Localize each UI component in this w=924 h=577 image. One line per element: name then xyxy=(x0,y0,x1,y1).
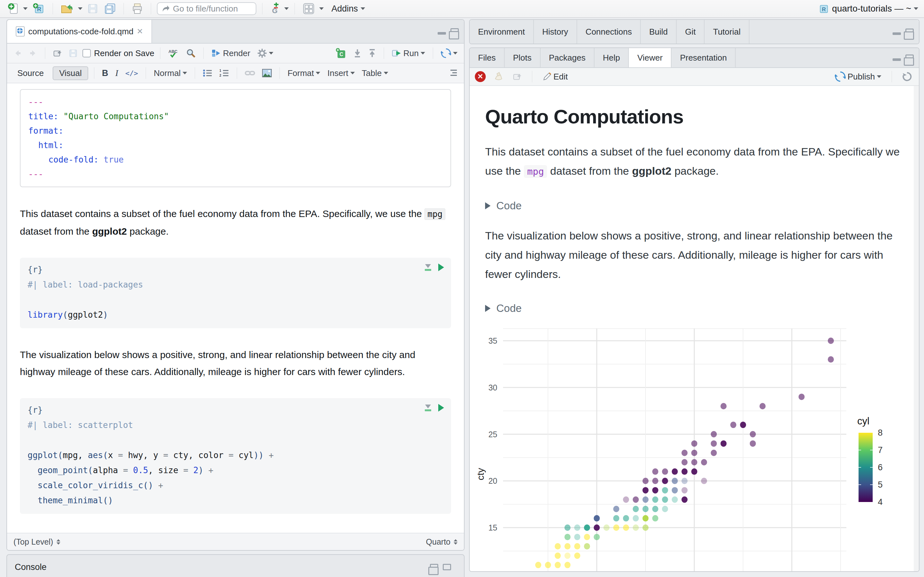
tab-history[interactable]: History xyxy=(534,20,577,44)
code-format-button[interactable]: </> xyxy=(124,69,140,78)
table-dropdown[interactable]: Table xyxy=(360,68,390,79)
console-title[interactable]: Console xyxy=(15,562,47,572)
viewer-scrollbar[interactable] xyxy=(914,86,919,571)
addins-button[interactable]: Addins xyxy=(331,4,358,14)
git-caret[interactable] xyxy=(284,7,289,10)
svg-text:2: 2 xyxy=(220,74,221,77)
run-above-icon[interactable] xyxy=(352,48,363,58)
code-fold-2[interactable]: Code xyxy=(485,302,901,314)
project-menu[interactable]: R quarto-tutorials — ~ xyxy=(818,3,918,15)
new-file-caret[interactable] xyxy=(23,7,27,10)
render-settings-button[interactable] xyxy=(255,48,275,59)
minimize-pane-icon[interactable] xyxy=(438,32,446,35)
panes-grid-icon xyxy=(302,3,315,15)
run-label: Run xyxy=(403,48,419,58)
back-icon[interactable] xyxy=(11,48,24,58)
run-chunk-icon[interactable] xyxy=(438,404,444,412)
image-button[interactable] xyxy=(260,68,274,78)
source-editor-pane: computations-code-fold.qmd ✕ Render on S… xyxy=(6,19,465,551)
print-button[interactable] xyxy=(129,2,145,15)
bold-button[interactable]: B xyxy=(100,68,110,79)
save-doc-icon[interactable] xyxy=(67,48,79,58)
code-line: theme_minimal() xyxy=(27,493,443,508)
code-fold-1[interactable]: Code xyxy=(485,200,901,212)
insert-chunk-button[interactable]: C xyxy=(334,47,349,59)
goto-file-search[interactable]: Go to file/function xyxy=(157,2,256,15)
tab-connections[interactable]: Connections xyxy=(577,20,641,44)
render-on-save-checkbox[interactable] xyxy=(82,49,91,57)
maximize-pane-icon[interactable] xyxy=(443,564,451,570)
publish-button[interactable]: Publish xyxy=(833,71,883,83)
paragraph-style-dropdown[interactable]: Normal xyxy=(152,68,189,79)
save-all-icon xyxy=(104,3,116,14)
close-tab-icon[interactable]: ✕ xyxy=(137,27,143,36)
workspace-panes-button[interactable] xyxy=(300,2,317,16)
editor-status-bar: (Top Level) Quarto xyxy=(7,533,464,550)
new-project-button[interactable]: R xyxy=(31,1,47,16)
visual-editor-canvas[interactable]: ---title: "Quarto Computations"format: h… xyxy=(7,83,464,533)
popout-icon[interactable] xyxy=(51,48,64,58)
project-r-cube-icon: R xyxy=(818,3,829,15)
tab-packages[interactable]: Packages xyxy=(541,48,594,67)
maximize-pane-icon[interactable] xyxy=(451,28,459,35)
editor-paragraph-2[interactable]: The visualization below shows a positive… xyxy=(20,346,447,380)
spellcheck-icon[interactable]: ABC xyxy=(166,48,181,59)
project-name: quarto-tutorials — ~ xyxy=(832,3,911,14)
editor-tab-qmd[interactable]: computations-code-fold.qmd ✕ xyxy=(7,20,152,43)
doc-type-selector[interactable]: Quarto xyxy=(426,537,451,546)
clear-viewer-icon[interactable] xyxy=(491,71,505,82)
tab-plots[interactable]: Plots xyxy=(505,48,541,67)
format-dropdown[interactable]: Format xyxy=(286,68,322,79)
viewer-popout-icon[interactable] xyxy=(511,72,523,81)
run-chunks-above-icon[interactable] xyxy=(425,264,431,271)
italic-button[interactable]: I xyxy=(113,67,120,79)
outline-toggle-icon[interactable] xyxy=(446,69,459,77)
scope-selector[interactable]: (Top Level) xyxy=(13,537,53,546)
stop-icon[interactable]: ✕ xyxy=(475,71,486,82)
refresh-viewer-icon[interactable] xyxy=(900,71,914,82)
visual-mode-button[interactable]: Visual xyxy=(53,66,88,80)
edit-button[interactable]: Edit xyxy=(541,71,570,82)
tab-presentation[interactable]: Presentation xyxy=(672,48,736,67)
tab-build[interactable]: Build xyxy=(641,20,677,44)
open-file-caret[interactable] xyxy=(78,7,82,10)
tab-viewer[interactable]: Viewer xyxy=(629,48,672,67)
viewer-content[interactable]: Quarto Computations This dataset contain… xyxy=(470,86,919,571)
tab-environment[interactable]: Environment xyxy=(470,20,534,44)
run-below-icon[interactable] xyxy=(367,48,378,58)
tab-files[interactable]: Files xyxy=(470,48,505,67)
tab-help[interactable]: Help xyxy=(594,48,629,67)
link-button[interactable] xyxy=(243,68,257,78)
forward-icon[interactable] xyxy=(27,48,39,58)
tab-tutorial[interactable]: Tutorial xyxy=(704,20,750,44)
bullet-list-button[interactable] xyxy=(201,68,214,78)
svg-text:7: 7 xyxy=(878,445,883,455)
open-file-button[interactable] xyxy=(59,2,75,15)
code-chunk-load-packages[interactable]: {r}#| label: load-packages library(ggplo… xyxy=(20,258,451,328)
new-file-button[interactable] xyxy=(6,1,21,16)
run-chunk-icon[interactable] xyxy=(438,263,444,271)
source-tools-button[interactable] xyxy=(439,47,459,59)
panes-caret[interactable] xyxy=(319,7,324,10)
render-on-save-label: Render on Save xyxy=(94,48,154,58)
run-button[interactable]: Run xyxy=(390,48,427,59)
search-icon[interactable] xyxy=(184,48,198,59)
git-button[interactable]: G xyxy=(268,1,282,16)
code-chunk-scatterplot[interactable]: {r}#| label: scatterplot ggplot(mpg, aes… xyxy=(20,398,451,514)
maximize-pane-icon[interactable] xyxy=(905,55,914,61)
numbered-list-button[interactable]: 12 xyxy=(218,68,231,78)
render-button[interactable]: Render xyxy=(210,48,252,59)
addins-caret[interactable] xyxy=(360,7,365,10)
yaml-front-matter[interactable]: ---title: "Quarto Computations"format: h… xyxy=(20,89,451,187)
maximize-pane-icon[interactable] xyxy=(905,29,914,35)
minimize-pane-icon[interactable] xyxy=(893,32,901,35)
editor-paragraph-1[interactable]: This dataset contains a subset of the fu… xyxy=(20,205,447,240)
save-button[interactable] xyxy=(86,2,100,15)
minimize-pane-icon[interactable] xyxy=(893,58,901,61)
save-all-button[interactable] xyxy=(102,2,118,15)
restore-pane-icon[interactable] xyxy=(430,564,438,570)
tab-git[interactable]: Git xyxy=(677,20,704,44)
source-mode-button[interactable]: Source xyxy=(11,67,49,79)
run-chunks-above-icon[interactable] xyxy=(425,405,431,411)
insert-dropdown[interactable]: Insert xyxy=(325,68,357,79)
